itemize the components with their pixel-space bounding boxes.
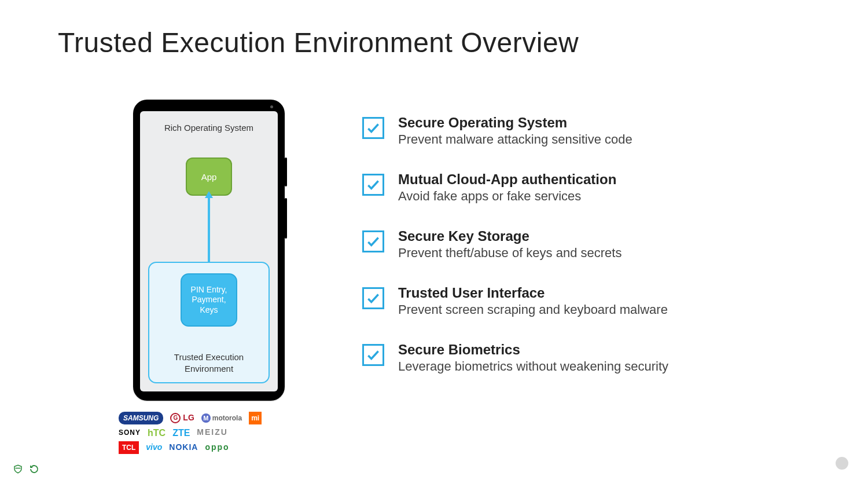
page-indicator: [836, 457, 848, 470]
phone-body: Rich Operating System App PIN Entry, Pay…: [133, 100, 285, 401]
phone-diagram: Rich Operating System App PIN Entry, Pay…: [133, 100, 285, 401]
logo-motorola: Mmotorola: [201, 412, 242, 424]
logo-meizu: MEIZU: [197, 426, 228, 440]
feature-item: Mutual Cloud-App authentication Avoid fa…: [362, 171, 833, 204]
check-icon: [362, 287, 384, 309]
brand-logos: SAMSUNG GLG Mmotorola mi SONY hTC ZTE ME…: [119, 411, 298, 455]
check-icon: [362, 174, 384, 196]
logo-zte: ZTE: [172, 425, 190, 441]
logo-lg: GLG: [170, 411, 194, 425]
phone-camera-icon: [270, 105, 273, 108]
logo-mi: mi: [249, 412, 262, 424]
check-icon: [362, 344, 384, 366]
refresh-icon: [29, 464, 39, 474]
logo-tcl: TCL: [119, 441, 139, 454]
logo-htc: hTC: [148, 425, 165, 441]
feature-desc: Leverage biometrics without weakening se…: [398, 359, 668, 374]
app-box: App: [186, 158, 232, 196]
rich-os-label: Rich Operating System: [140, 123, 278, 133]
phone-side-button-2: [285, 198, 287, 239]
feature-item: Secure Biometrics Leverage biometrics wi…: [362, 342, 833, 374]
feature-title: Secure Biometrics: [398, 342, 668, 358]
logo-samsung: SAMSUNG: [119, 412, 163, 424]
feature-desc: Prevent screen scraping and keyboard mal…: [398, 302, 668, 317]
logo-nokia: NOKIA: [169, 441, 198, 455]
slide-title: Trusted Execution Environment Overview: [58, 27, 579, 58]
check-icon: [362, 117, 384, 139]
check-icon: [362, 230, 384, 252]
pin-box: PIN Entry, Payment, Keys: [181, 273, 237, 327]
feature-desc: Avoid fake apps or fake services: [398, 189, 616, 204]
feature-item: Trusted User Interface Prevent screen sc…: [362, 285, 833, 317]
feature-desc: Prevent theft/abuse of keys and secrets: [398, 246, 621, 261]
phone-screen: Rich Operating System App PIN Entry, Pay…: [140, 111, 278, 391]
tee-box: PIN Entry, Payment, Keys Trusted Executi…: [148, 262, 270, 383]
phone-side-button-1: [285, 158, 287, 186]
feature-list: Secure Operating System Prevent malware …: [362, 115, 833, 398]
feature-title: Mutual Cloud-App authentication: [398, 171, 616, 188]
logo-vivo: vivo: [146, 441, 162, 455]
bidirectional-arrow-icon: [208, 197, 210, 270]
slide: Trusted Execution Environment Overview R…: [0, 0, 868, 487]
feature-title: Secure Key Storage: [398, 228, 621, 244]
tee-label: Trusted Execution Environment: [149, 351, 269, 374]
logo-sony: SONY: [119, 427, 141, 438]
feature-desc: Prevent malware attacking sensitive code: [398, 132, 632, 147]
footer-icons: [13, 464, 39, 474]
feature-item: Secure Key Storage Prevent theft/abuse o…: [362, 228, 833, 261]
shield-icon: [13, 464, 23, 474]
feature-title: Trusted User Interface: [398, 285, 668, 301]
logo-oppo: oppo: [205, 441, 229, 455]
feature-title: Secure Operating System: [398, 115, 632, 131]
feature-item: Secure Operating System Prevent malware …: [362, 115, 833, 147]
